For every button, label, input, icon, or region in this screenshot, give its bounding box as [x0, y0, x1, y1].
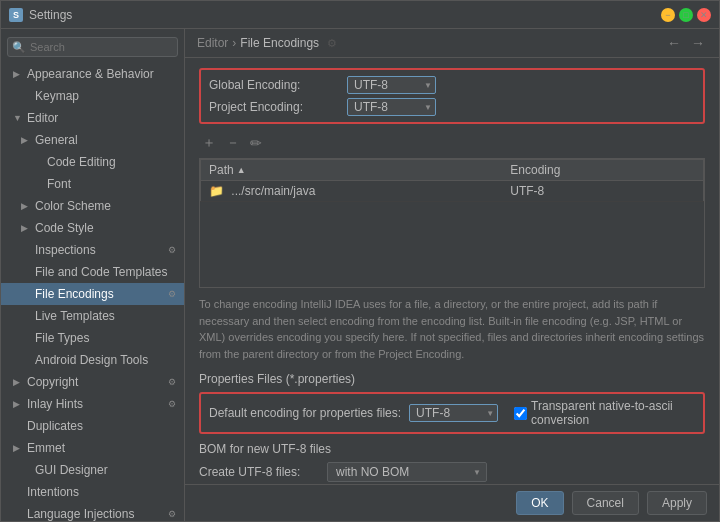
sidebar-item-file-types[interactable]: File Types: [1, 327, 184, 349]
sidebar-item-label: Keymap: [35, 87, 79, 105]
sidebar-item-label: File and Code Templates: [35, 263, 168, 281]
sidebar-item-label: Duplicates: [27, 417, 83, 435]
breadcrumb-parent: Editor: [197, 36, 228, 50]
breadcrumb: Editor › File Encodings ⚙: [197, 36, 659, 50]
maximize-button[interactable]: □: [679, 8, 693, 22]
breadcrumb-separator: ›: [232, 36, 236, 50]
sidebar-item-code-editing[interactable]: Code Editing: [1, 151, 184, 173]
sidebar-item-inspections[interactable]: Inspections ⚙: [1, 239, 184, 261]
default-encoding-label: Default encoding for properties files:: [209, 406, 401, 420]
sidebar-item-label: General: [35, 131, 78, 149]
sidebar-item-label: Emmet: [27, 439, 65, 457]
close-button[interactable]: ✕: [697, 8, 711, 22]
info-text: To change encoding IntelliJ IDEA uses fo…: [199, 296, 705, 362]
sidebar-item-keymap[interactable]: Keymap: [1, 85, 184, 107]
path-column-header[interactable]: Path ▲: [201, 160, 503, 181]
sidebar-item-file-code-templates[interactable]: File and Code Templates: [1, 261, 184, 283]
indicator-icon: ⚙: [168, 505, 176, 521]
remove-path-button[interactable]: －: [223, 134, 243, 152]
window-controls: − □ ✕: [661, 8, 711, 22]
project-encoding-select-wrap: UTF-8 UTF-16 ISO-8859-1: [347, 98, 436, 116]
table-cell-path: 📁 .../src/main/java: [201, 181, 503, 202]
project-encoding-select[interactable]: UTF-8 UTF-16 ISO-8859-1: [347, 98, 436, 116]
global-encoding-select-wrap: UTF-8 UTF-16 ISO-8859-1: [347, 76, 436, 94]
header-actions: ← →: [665, 35, 707, 51]
sidebar-search-input[interactable]: [7, 37, 178, 57]
sidebar-item-emmet[interactable]: ▶ Emmet: [1, 437, 184, 459]
project-encoding-row: Project Encoding: UTF-8 UTF-16 ISO-8859-…: [209, 98, 695, 116]
minimize-button[interactable]: −: [661, 8, 675, 22]
sidebar-item-general[interactable]: ▶ General: [1, 129, 184, 151]
breadcrumb-current: File Encodings: [240, 36, 319, 50]
arrow-icon: ▶: [13, 395, 23, 413]
title-bar: S Settings − □ ✕: [1, 1, 719, 29]
sidebar-item-label: Code Editing: [47, 153, 116, 171]
sidebar-item-label: Editor: [27, 109, 58, 127]
sidebar-item-font[interactable]: Font: [1, 173, 184, 195]
sidebar-item-label: File Encodings: [35, 285, 114, 303]
arrow-icon: ▶: [13, 373, 23, 391]
folder-icon: 📁: [209, 184, 224, 198]
arrow-icon: ▶: [21, 197, 31, 215]
sort-arrow-icon: ▲: [237, 165, 246, 175]
sidebar-item-appearance[interactable]: ▶ Appearance & Behavior: [1, 63, 184, 85]
add-path-button[interactable]: ＋: [199, 134, 219, 152]
properties-section-title: Properties Files (*.properties): [199, 372, 705, 386]
global-encoding-label: Global Encoding:: [209, 78, 339, 92]
arrow-icon: ▶: [21, 219, 31, 237]
encoding-column-header[interactable]: Encoding: [502, 160, 703, 181]
main-layout: 🔍 ▶ Appearance & Behavior Keymap ▼ Edito…: [1, 29, 719, 521]
project-encoding-label: Project Encoding:: [209, 100, 339, 114]
sidebar-item-gui-designer[interactable]: GUI Designer: [1, 459, 184, 481]
sidebar-item-copyright[interactable]: ▶ Copyright ⚙: [1, 371, 184, 393]
forward-button[interactable]: →: [689, 35, 707, 51]
sidebar-item-file-encodings[interactable]: File Encodings ⚙: [1, 283, 184, 305]
ok-button[interactable]: OK: [516, 491, 563, 515]
footer: OK Cancel Apply: [185, 484, 719, 521]
sidebar-item-language-injections[interactable]: Language Injections ⚙: [1, 503, 184, 521]
transparent-checkbox[interactable]: [514, 407, 527, 420]
sidebar-item-color-scheme[interactable]: ▶ Color Scheme: [1, 195, 184, 217]
content-body: Global Encoding: UTF-8 UTF-16 ISO-8859-1…: [185, 58, 719, 484]
sidebar-item-label: Font: [47, 175, 71, 193]
apply-button[interactable]: Apply: [647, 491, 707, 515]
sidebar-item-android-design-tools[interactable]: Android Design Tools: [1, 349, 184, 371]
sidebar-item-intentions[interactable]: Intentions: [1, 481, 184, 503]
sidebar-item-label: File Types: [35, 329, 89, 347]
sidebar-item-code-style[interactable]: ▶ Code Style: [1, 217, 184, 239]
path-toolbar: ＋ － ✏: [199, 134, 705, 152]
sidebar-item-label: GUI Designer: [35, 461, 108, 479]
back-button[interactable]: ←: [665, 35, 683, 51]
cancel-button[interactable]: Cancel: [572, 491, 639, 515]
search-icon: 🔍: [12, 41, 26, 54]
bom-select[interactable]: with NO BOM with BOM with BOM if needed: [327, 462, 487, 482]
path-table: Path ▲ Encoding: [200, 159, 704, 202]
global-encoding-row: Global Encoding: UTF-8 UTF-16 ISO-8859-1: [209, 76, 695, 94]
breadcrumb-icon: ⚙: [327, 37, 337, 50]
encoding-column-label: Encoding: [510, 163, 560, 177]
sidebar-item-label: Inlay Hints: [27, 395, 83, 413]
sidebar-item-editor[interactable]: ▼ Editor: [1, 107, 184, 129]
indicator-icon: ⚙: [168, 373, 176, 391]
path-table-container: Path ▲ Encoding: [199, 158, 705, 288]
global-encoding-select[interactable]: UTF-8 UTF-16 ISO-8859-1: [347, 76, 436, 94]
sidebar-item-label: Code Style: [35, 219, 94, 237]
sidebar-item-duplicates[interactable]: Duplicates: [1, 415, 184, 437]
default-encoding-select[interactable]: UTF-8 UTF-16 ISO-8859-1: [409, 404, 498, 422]
sidebar: 🔍 ▶ Appearance & Behavior Keymap ▼ Edito…: [1, 29, 185, 521]
content-header: Editor › File Encodings ⚙ ← →: [185, 29, 719, 58]
table-cell-encoding: UTF-8: [502, 181, 703, 202]
properties-row: Default encoding for properties files: U…: [199, 392, 705, 434]
sidebar-item-label: Android Design Tools: [35, 351, 148, 369]
path-column-label: Path: [209, 163, 234, 177]
table-row[interactable]: 📁 .../src/main/java UTF-8: [201, 181, 704, 202]
sidebar-item-inlay-hints[interactable]: ▶ Inlay Hints ⚙: [1, 393, 184, 415]
content-panel: Editor › File Encodings ⚙ ← → Global Enc…: [185, 29, 719, 521]
sidebar-item-live-templates[interactable]: Live Templates: [1, 305, 184, 327]
sidebar-item-label: Inspections: [35, 241, 96, 259]
edit-path-button[interactable]: ✏: [247, 135, 265, 151]
sidebar-item-label: Intentions: [27, 483, 79, 501]
indicator-icon: ⚙: [168, 285, 176, 303]
encoding-section: Global Encoding: UTF-8 UTF-16 ISO-8859-1…: [199, 68, 705, 124]
app-icon: S: [9, 8, 23, 22]
